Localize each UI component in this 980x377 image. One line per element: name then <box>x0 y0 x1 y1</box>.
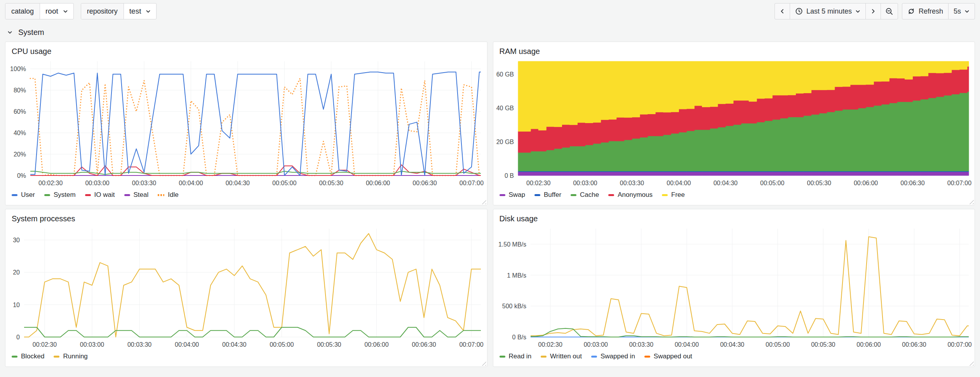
dashboard: catalog root repository test <box>0 0 980 377</box>
svg-text:00:06:00: 00:06:00 <box>856 341 881 348</box>
ram-usage-chart[interactable]: 00:02:3000:03:0000:03:3000:04:0000:04:30… <box>493 57 975 189</box>
time-shift-forward-button[interactable] <box>865 3 881 19</box>
zoom-out-icon <box>885 7 893 16</box>
legend-swatch <box>54 356 59 358</box>
svg-text:20: 20 <box>13 269 20 276</box>
time-range-group: Last 5 minutes <box>775 3 898 19</box>
legend-item-system[interactable]: System <box>44 191 76 199</box>
svg-text:00:07:00: 00:07:00 <box>947 180 971 186</box>
disk-usage-chart[interactable]: 00:02:3000:03:0000:03:3000:04:0000:04:30… <box>493 225 975 351</box>
legend-label: Swap <box>509 191 526 199</box>
refresh-interval-value: 5s <box>954 7 961 16</box>
chevron-left-icon <box>779 8 785 14</box>
legend-item-cache[interactable]: Cache <box>571 191 599 199</box>
svg-text:00:04:00: 00:04:00 <box>179 180 203 186</box>
panel-title[interactable]: System processes <box>5 209 487 225</box>
svg-text:00:03:00: 00:03:00 <box>583 341 607 348</box>
legend-swatch <box>608 194 614 196</box>
svg-text:40%: 40% <box>14 130 26 136</box>
legend-swatch <box>591 356 597 358</box>
svg-text:00:05:30: 00:05:30 <box>319 180 343 186</box>
legend-swatch <box>124 194 130 196</box>
variable-catalog-value-dropdown[interactable]: root <box>40 3 73 19</box>
svg-text:00:02:30: 00:02:30 <box>526 180 550 186</box>
svg-text:00:05:30: 00:05:30 <box>811 341 835 348</box>
legend-item-anonymous[interactable]: Anonymous <box>608 191 653 199</box>
legend-swatch <box>662 194 668 196</box>
svg-text:00:02:30: 00:02:30 <box>33 341 57 348</box>
variable-repository: repository test <box>81 3 157 19</box>
chevron-down-icon <box>146 9 151 14</box>
legend-item-running[interactable]: Running <box>54 353 87 360</box>
legend-item-written-out[interactable]: Written out <box>541 353 582 360</box>
svg-text:00:05:00: 00:05:00 <box>766 341 790 348</box>
panel-title[interactable]: Disk usage <box>493 209 975 225</box>
time-range-picker-button[interactable]: Last 5 minutes <box>790 3 866 19</box>
svg-text:80%: 80% <box>14 87 26 94</box>
svg-text:00:06:30: 00:06:30 <box>412 341 436 348</box>
legend-item-buffer[interactable]: Buffer <box>534 191 561 199</box>
legend-item-blocked[interactable]: Blocked <box>12 353 44 360</box>
legend-label: Blocked <box>21 353 44 360</box>
legend-item-free[interactable]: Free <box>662 191 685 199</box>
svg-text:40 GB: 40 GB <box>496 105 513 111</box>
svg-text:20%: 20% <box>14 151 26 158</box>
time-shift-back-button[interactable] <box>775 3 790 19</box>
legend-item-swap[interactable]: Swap <box>500 191 526 199</box>
svg-text:00:05:00: 00:05:00 <box>272 180 296 186</box>
variable-repository-value-dropdown[interactable]: test <box>124 3 157 19</box>
svg-text:00:04:00: 00:04:00 <box>667 180 691 186</box>
legend-swatch <box>534 194 540 196</box>
disk-usage-legend: Read inWritten outSwapped inSwapped out <box>493 351 975 367</box>
legend-label: Idle <box>168 191 178 199</box>
legend-item-user[interactable]: User <box>12 191 35 199</box>
refresh-interval-dropdown[interactable]: 5s <box>948 3 975 19</box>
legend-item-io-wait[interactable]: IO wait <box>85 191 115 199</box>
svg-text:00:03:30: 00:03:30 <box>629 341 653 348</box>
legend-item-swapped-out[interactable]: Swapped out <box>644 353 692 360</box>
legend-item-swapped-in[interactable]: Swapped in <box>591 353 635 360</box>
panel-cpu-usage: CPU usage 00:02:3000:03:0000:03:3000:04:… <box>5 42 487 205</box>
svg-text:00:04:00: 00:04:00 <box>674 341 698 348</box>
chevron-right-icon <box>870 8 876 14</box>
row-header-system[interactable]: System <box>0 22 980 42</box>
panel-system-processes: System processes 00:02:3000:03:0000:03:3… <box>5 209 487 367</box>
legend-item-idle[interactable]: Idle <box>158 191 178 199</box>
svg-text:00:03:00: 00:03:00 <box>80 341 104 348</box>
clock-icon <box>795 7 803 15</box>
svg-text:0%: 0% <box>17 172 26 179</box>
svg-text:00:06:00: 00:06:00 <box>366 180 390 186</box>
panel-title[interactable]: CPU usage <box>5 42 487 57</box>
chevron-down-icon <box>964 9 970 14</box>
cpu-usage-legend: UserSystemIO waitStealIdle <box>5 189 487 205</box>
svg-text:20 GB: 20 GB <box>496 139 513 145</box>
system-processes-chart[interactable]: 00:02:3000:03:0000:03:3000:04:0000:04:30… <box>5 225 487 351</box>
zoom-out-button[interactable] <box>881 3 898 19</box>
svg-text:00:06:00: 00:06:00 <box>853 180 877 186</box>
refresh-group: Refresh 5s <box>902 3 975 19</box>
svg-text:00:02:30: 00:02:30 <box>538 341 562 348</box>
variable-repository-label: repository <box>81 3 124 19</box>
svg-text:1.50 MB/s: 1.50 MB/s <box>498 241 526 248</box>
svg-text:100%: 100% <box>10 66 26 72</box>
refresh-label: Refresh <box>919 7 943 16</box>
svg-text:00:03:00: 00:03:00 <box>85 180 109 186</box>
cpu-usage-chart[interactable]: 00:02:3000:03:0000:03:3000:04:0000:04:30… <box>5 57 487 189</box>
panel-title[interactable]: RAM usage <box>493 42 975 57</box>
legend-swatch <box>44 194 50 196</box>
legend-swatch <box>644 356 650 358</box>
svg-text:00:04:30: 00:04:30 <box>226 180 250 186</box>
refresh-icon <box>907 7 915 15</box>
svg-text:1 MB/s: 1 MB/s <box>507 272 526 279</box>
time-controls: Last 5 minutes Refresh 5s <box>775 3 975 19</box>
chevron-down-icon <box>855 9 860 14</box>
legend-item-read-in[interactable]: Read in <box>500 353 532 360</box>
svg-text:10: 10 <box>13 302 20 308</box>
legend-label: Buffer <box>544 191 561 199</box>
legend-label: Swapped in <box>601 353 635 360</box>
svg-text:00:06:30: 00:06:30 <box>413 180 437 186</box>
legend-label: Steal <box>134 191 149 199</box>
refresh-button[interactable]: Refresh <box>902 3 949 19</box>
ram-usage-legend: SwapBufferCacheAnonymousFree <box>493 189 975 205</box>
legend-item-steal[interactable]: Steal <box>124 191 149 199</box>
